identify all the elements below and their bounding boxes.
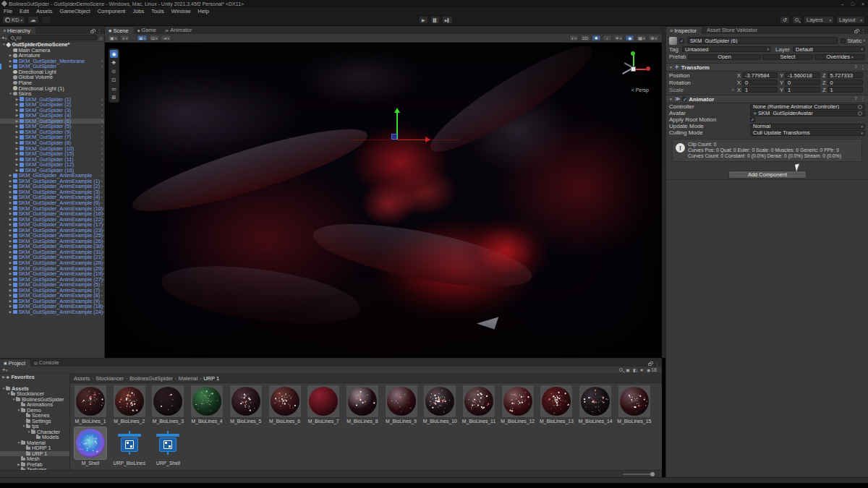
prefab-arrow-icon[interactable]: › <box>101 168 104 173</box>
grid-snapping-dropdown[interactable]: ⊞▾ <box>137 35 148 41</box>
expander-icon[interactable]: ▶ <box>8 184 13 189</box>
axis-y-input[interactable]: 0 <box>785 80 820 85</box>
hierarchy-item[interactable]: Main Camera <box>0 48 104 53</box>
axis-z-input[interactable]: 5.727333 <box>827 72 863 78</box>
expander-icon[interactable]: ▶ <box>8 249 13 254</box>
prefab-arrow-icon[interactable]: › <box>101 97 104 102</box>
favorites-filter-icon[interactable]: ★ <box>640 367 644 372</box>
tab-project-console[interactable]: ▤Console <box>30 359 64 367</box>
kebab-menu-icon[interactable]: ⋮ <box>655 361 660 367</box>
breadcrumb-item[interactable]: URP 1 <box>203 375 219 382</box>
asset-tile[interactable]: M_BioLines_15 <box>617 385 652 424</box>
animator-enabled-checkbox[interactable]: ✓ <box>682 97 686 101</box>
create-asset-button[interactable]: +▾ <box>2 367 7 373</box>
expander-icon[interactable]: ▶ <box>14 134 20 140</box>
expander-icon[interactable]: ▶ <box>8 271 13 276</box>
rect-tool-button[interactable]: ▭ <box>110 85 118 93</box>
axis-z-input[interactable]: 1 <box>827 87 863 93</box>
expander-icon[interactable]: ▶ <box>8 179 13 184</box>
expander-icon[interactable]: ▶ <box>14 140 20 145</box>
hierarchy-item[interactable]: ▼GutSpiderDemoScene* <box>0 42 104 48</box>
layers-dropdown[interactable]: Layers▾ <box>804 16 834 24</box>
prefab-arrow-icon[interactable]: › <box>103 254 104 260</box>
prefab-arrow-icon[interactable]: › <box>101 293 104 298</box>
expander-icon[interactable]: ▶ <box>14 119 20 124</box>
prefab-arrow-icon[interactable]: › <box>103 233 104 238</box>
hidden-packages-toggle[interactable]: ◉18 <box>647 367 657 372</box>
expander-icon[interactable]: ▶ <box>8 206 13 211</box>
prefab-arrow-icon[interactable]: › <box>101 129 104 134</box>
expander-icon[interactable]: ▶ <box>8 173 13 178</box>
asset-tile[interactable]: M_BioLines_3 <box>150 385 185 424</box>
menu-jobs[interactable]: Jobs <box>129 8 148 14</box>
asset-tile[interactable]: URP_BioLines <box>112 427 147 466</box>
lock-icon[interactable] <box>854 30 858 33</box>
prefab-arrow-icon[interactable]: › <box>103 211 104 216</box>
expander-icon[interactable]: ▶ <box>8 239 13 244</box>
asset-tile[interactable]: M_BioLines_5 <box>229 385 263 424</box>
active-checkbox[interactable]: ✓ <box>679 38 684 43</box>
asset-tile[interactable]: M_BioLines_9 <box>384 385 419 424</box>
hierarchy-item[interactable]: ▶SKM_GutSpider_AnimExample (24)› <box>0 309 104 315</box>
kebab-menu-icon[interactable]: ⋮ <box>861 28 866 34</box>
menu-component[interactable]: Component <box>94 8 129 14</box>
breadcrumb-item[interactable]: Assets <box>74 375 90 382</box>
prefab-arrow-icon[interactable]: › <box>101 162 104 167</box>
expander-icon[interactable]: ▶ <box>14 162 20 167</box>
prefab-arrow-icon[interactable]: › <box>101 59 104 64</box>
thumbnail-zoom-slider[interactable] <box>623 474 653 475</box>
search-icon[interactable] <box>619 368 623 372</box>
prefab-overrides-button[interactable]: Overrides▾ <box>814 54 865 60</box>
thumbnail-zoom-knob[interactable] <box>650 472 655 476</box>
field-dropdown[interactable]: Cull Update Transforms▾ <box>750 130 865 136</box>
prefab-arrow-icon[interactable]: › <box>101 151 104 156</box>
static-checkbox[interactable] <box>841 38 846 43</box>
object-field[interactable]: None (Runtime Animator Controller) <box>750 104 865 110</box>
step-button[interactable]: ▶▌ <box>442 16 453 24</box>
tab-hierarchy[interactable]: ≡Hierarchy <box>0 26 35 34</box>
asset-tile[interactable]: M_BioLines_11 <box>461 385 496 424</box>
axis-x-input[interactable]: 1 <box>742 87 778 93</box>
tool-handle-pivot-dropdown[interactable]: ▣▾ <box>108 35 119 41</box>
rotate-tool-button[interactable]: ⊙ <box>110 67 118 75</box>
axis-x-input[interactable]: 0 <box>742 80 778 85</box>
expander-icon[interactable]: ▶ <box>8 288 13 293</box>
package-filter-icon[interactable]: ▣ <box>626 367 630 372</box>
prefab-arrow-icon[interactable]: › <box>103 244 104 249</box>
static-dropdown[interactable]: Static▾ <box>841 38 865 44</box>
menu-gameobject[interactable]: GameObject <box>56 8 94 14</box>
expander-icon[interactable]: ▶ <box>8 53 13 58</box>
asset-tile[interactable]: URP_Shell <box>150 427 185 466</box>
layer-dropdown[interactable]: Default▾ <box>793 46 865 52</box>
expander-icon[interactable]: ▶ <box>14 146 20 151</box>
increment-snap-dropdown[interactable]: ⊡▾ <box>149 35 160 41</box>
expander-icon[interactable]: ▶ <box>14 124 20 129</box>
expander-icon[interactable]: ▶ <box>8 59 13 64</box>
prefab-arrow-icon[interactable]: › <box>101 108 104 113</box>
expander-icon[interactable]: ▶ <box>8 282 13 287</box>
2d-toggle[interactable]: 2D <box>580 35 590 41</box>
camera-settings-dropdown[interactable]: ▦▾ <box>636 35 647 41</box>
expander-icon[interactable]: ▼ <box>8 91 13 96</box>
asset-tile[interactable]: M_BioLines_2 <box>112 385 147 424</box>
pause-button[interactable]: ▌▌ <box>430 16 440 24</box>
prefab-arrow-icon[interactable]: › <box>101 194 104 200</box>
expander-icon[interactable]: ▶ <box>8 244 13 249</box>
asset-tile[interactable]: M_BioLines_13 <box>539 385 574 424</box>
hierarchy-item[interactable]: Global Volume <box>0 74 104 80</box>
asset-tile[interactable]: M_BioLines_1 <box>73 385 108 424</box>
asset-tile[interactable]: M_BioLines_6 <box>268 385 302 424</box>
snap-settings-dropdown[interactable]: ⇥▾ <box>161 35 171 41</box>
object-picker-icon[interactable] <box>858 105 862 109</box>
prefab-arrow-icon[interactable]: › <box>103 217 104 222</box>
prefab-arrow-icon[interactable]: › <box>101 124 104 129</box>
prefab-arrow-icon[interactable]: › <box>103 206 104 211</box>
view-tool-button[interactable]: ◉ <box>110 50 118 58</box>
lock-icon[interactable] <box>90 30 94 33</box>
tag-dropdown[interactable]: Untagged▾ <box>682 46 771 52</box>
prefab-arrow-icon[interactable]: › <box>101 179 104 184</box>
prefab-arrow-icon[interactable]: › <box>101 189 104 194</box>
tab-scene-animator[interactable]: ≫Animator <box>161 26 197 34</box>
prefab-arrow-icon[interactable]: › <box>101 140 104 145</box>
expander-icon[interactable]: ▶ <box>8 309 13 314</box>
